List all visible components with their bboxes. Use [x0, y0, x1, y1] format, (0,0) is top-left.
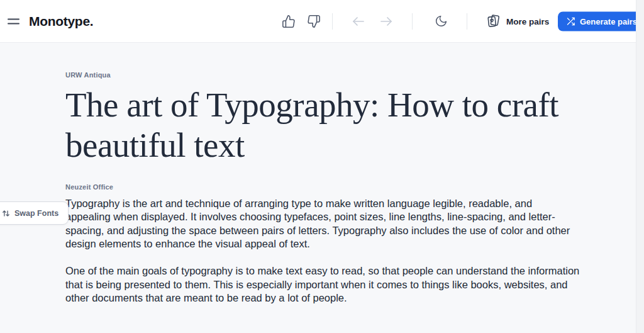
generate-pairs-label: Generate pairs — [580, 16, 637, 26]
more-pairs-button[interactable]: More pairs — [486, 13, 549, 29]
header-divider — [467, 13, 467, 30]
header: Monotype. — [0, 0, 644, 43]
thumbs-down-button[interactable] — [306, 13, 322, 30]
swap-fonts-button[interactable]: Swap Fonts — [0, 201, 69, 225]
card-pair-icon — [486, 13, 501, 29]
generate-pairs-button[interactable]: Generate pairs — [558, 11, 644, 31]
previous-pair-button[interactable] — [350, 13, 367, 30]
shuffle-icon — [566, 16, 575, 26]
specimen-heading: The art of Typography: How to craft beau… — [65, 85, 564, 166]
arrow-left-icon — [351, 14, 366, 29]
header-divider — [332, 13, 333, 30]
arrow-right-icon — [379, 14, 394, 29]
thumbs-up-button[interactable] — [280, 13, 297, 30]
more-pairs-label: More pairs — [506, 16, 549, 26]
font-pairing-page: Monotype. — [0, 0, 644, 333]
specimen-paragraph: Typography is the art and technique of a… — [65, 197, 580, 251]
swap-arrows-icon — [2, 209, 10, 218]
swap-fonts-label: Swap Fonts — [14, 209, 58, 218]
hamburger-menu-icon[interactable] — [8, 18, 19, 24]
next-pair-button[interactable] — [378, 13, 394, 30]
thumbs-down-icon — [307, 14, 321, 28]
scrollbar-track[interactable] — [636, 0, 644, 333]
specimen-preview: URW Antiqua The art of Typography: How t… — [65, 43, 581, 305]
body-font-name[interactable]: Neuzeit Office — [65, 183, 581, 191]
logo: Monotype. — [29, 14, 93, 29]
heading-font-name[interactable]: URW Antiqua — [65, 71, 581, 79]
header-divider — [412, 13, 413, 30]
specimen-paragraph: One of the main goals of typography is t… — [65, 264, 580, 305]
thumbs-up-icon — [282, 14, 296, 28]
moon-icon — [435, 14, 448, 28]
specimen-body: Typography is the art and technique of a… — [65, 197, 581, 305]
dark-mode-toggle[interactable] — [433, 13, 449, 30]
